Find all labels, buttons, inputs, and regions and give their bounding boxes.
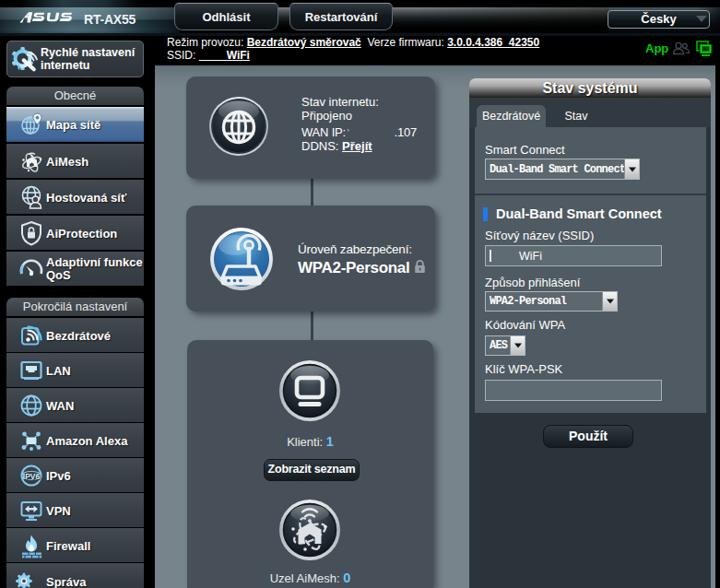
svg-text:IPV6: IPV6 xyxy=(23,471,41,480)
